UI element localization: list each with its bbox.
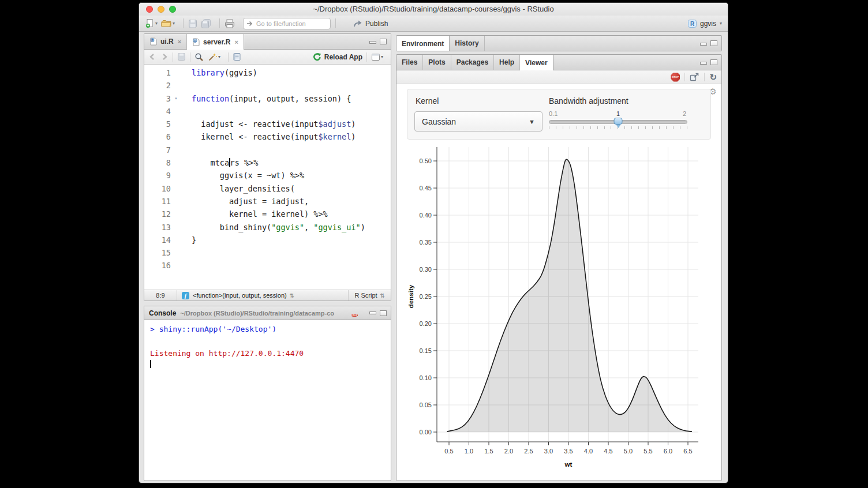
tab-environment[interactable]: Environment xyxy=(396,36,450,51)
publish-button[interactable]: Publish xyxy=(353,19,388,28)
code-line[interactable]: 11 adjust = iadjust, xyxy=(144,195,391,208)
svg-text:5.5: 5.5 xyxy=(643,448,652,455)
toolbar-divider xyxy=(190,52,190,62)
open-file-dropdown-caret[interactable]: ▾ xyxy=(173,21,175,26)
close-tab-icon[interactable]: × xyxy=(178,38,181,45)
close-tab-icon[interactable]: × xyxy=(234,39,238,46)
svg-text:0.10: 0.10 xyxy=(420,374,432,381)
code-line[interactable]: 13 bind_shiny("ggvis", "ggvis_ui") xyxy=(144,221,391,234)
file-type-selector[interactable]: R Script ⇅ xyxy=(348,290,391,301)
minimize-pane-icon[interactable] xyxy=(700,62,707,65)
print-icon xyxy=(225,19,235,28)
line-number: 6 xyxy=(148,130,171,143)
console-cursor xyxy=(150,360,151,368)
editor-toolbar: ▾ Reload App xyxy=(144,50,391,65)
goto-file-function-box xyxy=(243,18,331,29)
density-plot: 0.000.050.100.150.200.250.300.350.400.45… xyxy=(404,142,721,476)
reload-app-label: Reload App xyxy=(324,53,362,61)
back-icon[interactable] xyxy=(148,53,156,61)
new-file-button[interactable]: ▾ xyxy=(145,17,158,30)
slider-track[interactable] xyxy=(549,120,687,124)
code-line[interactable]: 5 iadjust <- reactive(input$adjust) xyxy=(144,118,391,130)
code-line[interactable]: 16 xyxy=(144,259,391,272)
code-line[interactable]: 12 kernel = ikernel) %>% xyxy=(144,208,391,220)
interrupt-r-button[interactable]: STOP xyxy=(351,308,358,320)
compile-notebook-icon[interactable] xyxy=(233,52,241,61)
toolbar-divider xyxy=(173,52,173,62)
fold-gutter xyxy=(171,208,181,220)
file-type-updown-icon: ⇅ xyxy=(380,292,385,299)
slider-scale-labels: 0.1 1 2 xyxy=(549,110,687,118)
code-line[interactable]: 10 layer_densities( xyxy=(144,182,391,195)
tab-files[interactable]: Files xyxy=(396,55,423,70)
toolbar-divider xyxy=(704,73,705,81)
code-line[interactable]: 7 xyxy=(144,144,391,156)
reload-app-button[interactable]: Reload App xyxy=(313,52,362,61)
maximize-pane-icon[interactable] xyxy=(380,310,387,316)
code-line[interactable]: 4 xyxy=(144,105,391,118)
print-button[interactable] xyxy=(225,17,235,30)
code-line[interactable]: 14} xyxy=(144,234,391,246)
project-menu-button[interactable]: R ggvis ▾ xyxy=(687,19,722,28)
code-tools-button[interactable]: ▾ xyxy=(208,51,220,63)
tab-packages[interactable]: Packages xyxy=(451,55,494,70)
code-editor[interactable]: 1library(ggvis)23▾function(input, output… xyxy=(144,65,391,290)
bandwidth-label: Bandwidth adjustment xyxy=(549,96,687,106)
restore-pane-icon[interactable] xyxy=(710,59,717,65)
console-line xyxy=(150,335,391,347)
line-number: 1 xyxy=(148,66,171,79)
tab-viewer[interactable]: Viewer xyxy=(520,55,553,70)
svg-text:0.05: 0.05 xyxy=(420,401,432,408)
console-output[interactable]: > shiny::runApp('~/Desktop') Listening o… xyxy=(144,320,391,481)
code-line[interactable]: 3▾function(input, output, session) { xyxy=(144,92,391,105)
code-line[interactable]: 15 xyxy=(144,246,391,259)
save-icon-disabled[interactable] xyxy=(177,52,186,61)
minimize-pane-icon[interactable] xyxy=(369,41,376,44)
tab-server-r[interactable]: R server.R × xyxy=(187,34,244,50)
open-file-button[interactable]: ▾ xyxy=(161,17,175,30)
tab-history[interactable]: History xyxy=(450,36,484,51)
refresh-icon[interactable]: ↻ xyxy=(709,73,717,81)
forward-icon[interactable] xyxy=(160,53,169,61)
svg-text:2.5: 2.5 xyxy=(524,448,533,455)
restore-pane-icon[interactable] xyxy=(700,43,707,46)
open-in-new-window-icon[interactable] xyxy=(690,73,699,81)
slider-min-label: 0.1 xyxy=(549,110,558,117)
tab-help[interactable]: Help xyxy=(494,55,520,70)
find-icon[interactable] xyxy=(194,52,204,62)
shiny-app-view: ⚙ Kernel Gaussian ▼ Bandwidth adjustment… xyxy=(396,84,721,481)
svg-text:0.35: 0.35 xyxy=(420,239,432,246)
save-all-button-disabled[interactable] xyxy=(201,17,211,30)
fold-arrow-icon[interactable]: ▾ xyxy=(171,92,181,105)
scope-selector[interactable]: <function>(input, output, session) xyxy=(193,292,287,299)
goto-file-function-input[interactable] xyxy=(243,18,331,29)
maximize-pane-icon[interactable] xyxy=(380,39,387,44)
tab-ui-r[interactable]: R ui.R × xyxy=(144,34,187,49)
r-project-icon: R xyxy=(687,19,697,28)
code-line[interactable]: 8 mtcars %>% xyxy=(144,156,391,169)
new-file-dropdown-caret[interactable]: ▾ xyxy=(155,21,158,26)
close-window-button[interactable] xyxy=(146,6,153,13)
fold-gutter xyxy=(171,118,181,130)
run-app-options-button[interactable]: ▾ xyxy=(371,51,383,63)
code-line[interactable]: 9 ggvis(x = ~wt) %>% xyxy=(144,169,391,182)
svg-text:R: R xyxy=(151,39,154,42)
density-area xyxy=(447,159,692,432)
svg-text:0.15: 0.15 xyxy=(420,347,432,354)
minimize-window-button[interactable] xyxy=(158,6,164,13)
fold-gutter xyxy=(171,259,181,272)
save-button-disabled[interactable] xyxy=(188,17,197,30)
tab-plots[interactable]: Plots xyxy=(423,55,451,70)
stop-app-button[interactable]: STOP xyxy=(671,73,680,82)
zoom-window-button[interactable] xyxy=(169,6,176,13)
open-folder-icon xyxy=(161,18,172,28)
tab-label: Viewer xyxy=(525,59,547,67)
code-line[interactable]: 6 ikernel <- reactive(input$kernel) xyxy=(144,130,391,143)
kernel-select[interactable]: Gaussian ▼ xyxy=(414,111,542,132)
slider-handle[interactable] xyxy=(614,118,623,125)
code-line[interactable]: 2 xyxy=(144,79,391,92)
svg-text:5.0: 5.0 xyxy=(624,448,633,455)
code-line[interactable]: 1library(ggvis) xyxy=(144,66,391,79)
minimize-pane-icon[interactable] xyxy=(369,311,376,314)
maximize-pane-icon[interactable] xyxy=(710,40,717,46)
